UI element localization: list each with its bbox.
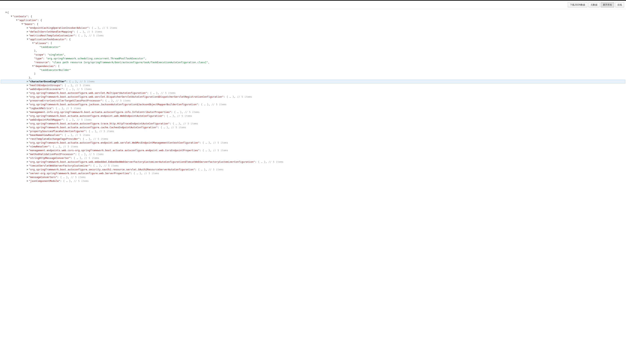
disclosure-closed-icon[interactable]: ▶ [26, 30, 29, 34]
disclosure-closed-icon[interactable]: ▶ [26, 125, 29, 129]
bean-node[interactable]: ▶"viewResolver": { … }, // 5 items [1, 145, 625, 148]
disclosure-closed-icon[interactable]: ▶ [26, 95, 29, 99]
disclosure-closed-icon[interactable]: ▶ [26, 99, 29, 102]
disclosure-open-icon[interactable]: ▼ [21, 22, 23, 26]
disclosure-closed-icon[interactable]: ▶ [26, 175, 29, 179]
bean-node[interactable]: ▶"propertySourcesPlaceholderConfigurer":… [1, 129, 625, 133]
bean-node[interactable]: ▶"logbackMetrics": { … }, // 5 items [1, 107, 625, 110]
bean-node[interactable]: ▶"org.springframework.boot.actuate.autoc… [1, 122, 625, 126]
array-close[interactable]: ] [1, 72, 625, 76]
disclosure-closed-icon[interactable]: ▶ [26, 160, 29, 164]
disclosure-closed-icon[interactable]: ▶ [26, 164, 29, 167]
disclosure-closed-icon[interactable]: ▶ [26, 87, 29, 91]
json-key: "contexts" [13, 15, 28, 18]
array-close[interactable]: ], [1, 49, 625, 53]
disclosure-closed-icon[interactable]: ▶ [26, 102, 29, 106]
disclosure-closed-icon[interactable]: ▶ [26, 106, 29, 110]
aliases-value[interactable]: "taskExecutor" [1, 45, 625, 49]
bean-node[interactable]: ▶"org.springframework.boot.autoconfigure… [1, 160, 625, 164]
resource-prop[interactable]: "resource": "class path resource [org/sp… [1, 61, 625, 64]
aliases-node[interactable]: ▼"aliases": [ [1, 41, 625, 45]
json-key: "server-org.springframework.boot.autocon… [29, 172, 131, 175]
item-count-comment: // 5 items [207, 168, 223, 171]
json-key: "defaultServletHandlerMapping" [29, 30, 74, 33]
disclosure-closed-icon[interactable]: ▶ [26, 79, 29, 83]
item-count-comment: // 5 items [267, 160, 283, 163]
beans-node[interactable]: ▼"beans": { [1, 22, 625, 26]
disclosure-closed-icon[interactable]: ▶ [26, 121, 29, 125]
bean-node[interactable]: ▶"management.endpoints.web.cors-org.spri… [1, 148, 625, 152]
bean-node[interactable]: ▶"metricsRestTemplateCustomizer": { … },… [1, 34, 625, 37]
bean-node[interactable]: ▶"server-org.springframework.boot.autoco… [1, 172, 625, 175]
metadata-button[interactable]: 元数据 [588, 2, 600, 7]
bean-node[interactable]: ▶"org.springframework.boot.actuate.autoc… [1, 126, 625, 129]
item-count-comment: // 5 items [159, 91, 176, 94]
disclosure-closed-icon[interactable]: ▶ [26, 129, 29, 133]
json-key: "stringHttpMessageConverter" [29, 156, 71, 159]
bean-node[interactable]: ▶"characterEncodingFilter": { … }, // 5 … [1, 80, 625, 83]
bean-node[interactable]: ▶"stringHttpMessageConverter": { … }, //… [1, 156, 625, 160]
bean-node[interactable]: ▶"restTemplateExchangeTagsProvider": { …… [1, 137, 625, 141]
bean-node[interactable]: ▶"beanNameViewResolver": { … }, // 5 ite… [1, 133, 625, 137]
bean-node[interactable]: ▶"org.springframework.boot.autoconfigure… [1, 103, 625, 107]
disclosure-closed-icon[interactable]: ▶ [26, 148, 29, 152]
disclosure-open-icon[interactable]: ▼ [5, 10, 7, 14]
disclosure-closed-icon[interactable]: ▶ [26, 118, 29, 121]
disclosure-open-icon[interactable]: ▼ [32, 64, 34, 68]
application-node[interactable]: ▼"application": { [1, 18, 625, 22]
disclosure-open-icon[interactable]: ▼ [16, 18, 18, 22]
disclosure-open-icon[interactable]: ▼ [10, 14, 13, 18]
dependencies-value[interactable]: "taskExecutorBuilder" [1, 68, 625, 72]
dependencies-node[interactable]: ▼"dependencies": [ [1, 64, 625, 68]
contexts-node[interactable]: ▼"contexts": { [1, 15, 625, 18]
bean-node[interactable]: ▶"org.springframework.boot.actuate.autoc… [1, 114, 625, 118]
online-button[interactable]: 在线 [615, 2, 624, 7]
bean-node[interactable]: ▶"messageConverters": { … }, // 5 items [1, 175, 625, 179]
json-tree[interactable]: ▼{▼"contexts": {▼"application": {▼"beans… [0, 9, 626, 191]
bean-node[interactable]: ▶"defaultServletHandlerMapping": { … }, … [1, 30, 625, 34]
disclosure-closed-icon[interactable]: ▶ [26, 141, 29, 145]
disclosure-open-icon[interactable]: ▼ [26, 37, 29, 41]
type-prop[interactable]: "type": "org.springframework.scheduling.… [1, 57, 625, 61]
item-count-comment: // 5 items [235, 95, 252, 98]
disclosure-closed-icon[interactable]: ▶ [26, 152, 29, 156]
disclosure-closed-icon[interactable]: ▶ [26, 133, 29, 137]
bean-node[interactable]: ▶"org.springframework.boot.autoconfigure… [1, 95, 625, 99]
root-brace[interactable]: ▼{ [1, 11, 625, 15]
bean-node[interactable]: ▶"webEndpointPathMapper": { … }, // 5 it… [1, 118, 625, 122]
disclosure-closed-icon[interactable]: ▶ [26, 114, 29, 118]
bean-node[interactable]: ▶"jsonComponentModule": { … }, // 5 item… [1, 179, 625, 183]
disclosure-closed-icon[interactable]: ▶ [26, 156, 29, 160]
expand-all-button[interactable]: 展开所有 [601, 2, 614, 7]
item-count-comment: // 5 items [62, 145, 78, 148]
json-key: "webEndpointPathMapper" [29, 118, 63, 121]
bean-node[interactable]: ▶"endpointCachingOperationInvokerAdvisor… [1, 26, 625, 30]
object-close[interactable]: }, [1, 76, 625, 80]
bean-node[interactable]: ▶"preserveErrorControllerTargetClassPost… [1, 99, 625, 103]
bean-node[interactable]: ▶"org.springframework.boot.autoconfigure… [1, 91, 625, 95]
item-count-comment: // 5 items [102, 164, 119, 167]
disclosure-closed-icon[interactable]: ▶ [26, 83, 29, 87]
disclosure-closed-icon[interactable]: ▶ [26, 34, 29, 37]
bean-node[interactable]: ▶"webEndpointDiscoverer": { … }, // 5 it… [1, 87, 625, 91]
disclosure-closed-icon[interactable]: ▶ [26, 179, 29, 183]
bean-node[interactable]: ▶"management.info-org.springframework.bo… [1, 110, 625, 114]
bean-node[interactable]: ▶"methodValidationPostProcessor": { … },… [1, 152, 625, 156]
bean-node[interactable]: ▶"healthEndpointGroups": { … }, // 5 ite… [1, 83, 625, 87]
download-json-button[interactable]: 下载JSON数据 [568, 2, 587, 7]
disclosure-closed-icon[interactable]: ▶ [26, 26, 29, 30]
disclosure-closed-icon[interactable]: ▶ [26, 171, 29, 175]
disclosure-closed-icon[interactable]: ▶ [26, 167, 29, 171]
disclosure-closed-icon[interactable]: ▶ [26, 137, 29, 141]
app-task-executor-node[interactable]: ▼"applicationTaskExecutor": { [1, 37, 625, 41]
item-count-comment: // 5 items [212, 149, 228, 152]
bean-node[interactable]: ▶"tomcatServletWebServerFactoryCustomize… [1, 164, 625, 168]
disclosure-open-icon[interactable]: ▼ [32, 41, 34, 45]
bean-node[interactable]: ▶"org.springframework.boot.actuate.autoc… [1, 141, 625, 145]
json-key: "org.springframework.boot.actuate.autoco… [29, 126, 157, 129]
bean-node[interactable]: ▶"org.springframework.boot.autoconfigure… [1, 168, 625, 172]
disclosure-closed-icon[interactable]: ▶ [26, 91, 29, 95]
disclosure-closed-icon[interactable]: ▶ [26, 145, 29, 148]
scope-prop[interactable]: "scope": "singleton", [1, 53, 625, 57]
disclosure-closed-icon[interactable]: ▶ [26, 110, 29, 114]
